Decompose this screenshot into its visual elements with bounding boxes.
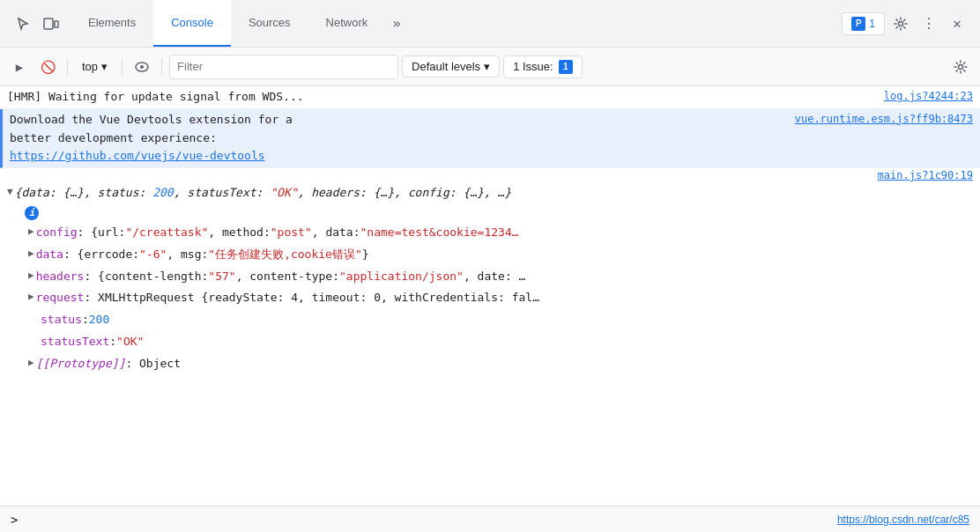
status-value: 200: [89, 311, 109, 329]
headers-val3: , content-type:: [236, 268, 339, 286]
divider: [67, 58, 68, 76]
settings-icon[interactable]: [888, 11, 913, 36]
levels-dropdown[interactable]: Default levels ▾: [402, 55, 500, 78]
config-val4: "post": [271, 224, 312, 242]
run-icon[interactable]: ▶: [7, 55, 32, 79]
obj-header-line[interactable]: ▼ {data: {…}, status: 200, statusText: "…: [0, 182, 980, 204]
device-toggle-icon[interactable]: [39, 11, 63, 36]
eye-icon[interactable]: [130, 55, 154, 79]
context-dropdown[interactable]: top ▾: [75, 56, 115, 77]
log-line-hmr-content: [HMR] Waiting for update signal from WDS…: [7, 88, 870, 107]
obj-source[interactable]: main.js?1c90:19: [864, 169, 973, 181]
clear-icon[interactable]: 🚫: [35, 55, 60, 79]
statustext-colon: :: [109, 333, 116, 351]
prop-prototype[interactable]: ▶ [[Prototype]] : Object: [0, 353, 980, 375]
info-icon: i: [25, 206, 39, 220]
tab-sources[interactable]: Sources: [231, 0, 308, 47]
headers-val4: "application/json": [339, 268, 464, 286]
log-line-vue-content: Download the Vue Devtools extension for …: [10, 111, 781, 166]
obj-expand-arrow[interactable]: ▼: [7, 184, 13, 200]
vue-source[interactable]: vue.runtime.esm.js?ff9b:8473: [781, 111, 973, 128]
svg-point-4: [140, 65, 144, 69]
feedback-button[interactable]: P 1: [842, 12, 885, 35]
data-val2: "-6": [139, 246, 167, 264]
tab-network[interactable]: Network: [308, 0, 386, 47]
status-colon: :: [82, 311, 89, 329]
feedback-icon: P: [851, 17, 865, 31]
bottom-bar: > https://blog.csdn.net/car/c85: [0, 506, 980, 532]
svg-rect-0: [44, 18, 53, 29]
request-expand-arrow[interactable]: ▶: [28, 289, 34, 305]
obj-header-text: {data: {…}, status: 200, statusText: "OK…: [15, 184, 512, 203]
prototype-key: [[Prototype]]: [36, 355, 126, 373]
headers-val2: "57": [208, 268, 235, 286]
config-val6: "name=test&cookie=1234…: [360, 224, 519, 242]
prototype-value: : Object: [125, 355, 181, 373]
more-options-icon[interactable]: ⋮: [917, 11, 941, 36]
request-key: request: [36, 289, 85, 307]
tabs: Elements Console Sources Network »: [71, 0, 835, 47]
status-key: status: [41, 311, 82, 329]
obj-source-line: main.js?1c90:19: [0, 168, 980, 182]
svg-point-5: [959, 64, 963, 69]
headers-val5: , date: …: [464, 268, 525, 286]
console-area: [HMR] Waiting for update signal from WDS…: [0, 86, 980, 506]
tab-elements[interactable]: Elements: [71, 0, 153, 47]
tab-bar: Elements Console Sources Network » P 1 ⋮…: [0, 0, 980, 48]
request-val: : XMLHttpRequest {readyState: 4, timeout…: [84, 289, 539, 307]
config-val5: , data:: [312, 224, 360, 242]
statustext-key: statusText: [41, 333, 109, 351]
prop-request[interactable]: ▶ request : XMLHttpRequest {readyState: …: [0, 287, 980, 309]
headers-expand-arrow[interactable]: ▶: [28, 268, 34, 284]
prototype-expand-arrow[interactable]: ▶: [28, 355, 34, 371]
config-val1: : {url:: [78, 224, 126, 242]
divider3: [161, 58, 162, 76]
data-key: data: [36, 246, 63, 264]
data-val4: "任务创建失败,cookie错误": [208, 246, 361, 264]
config-val2: "/creattask": [125, 224, 208, 242]
prop-headers[interactable]: ▶ headers : {content-length: "57" , cont…: [0, 266, 980, 288]
tab-console[interactable]: Console: [153, 0, 231, 47]
console-prompt[interactable]: >: [11, 513, 18, 527]
issues-button[interactable]: 1 Issue: 1: [503, 55, 583, 78]
prop-status-text: statusText : "OK": [0, 331, 980, 353]
prop-config[interactable]: ▶ config : {url: "/creattask" , method: …: [0, 222, 980, 244]
data-val3: , msg:: [167, 246, 208, 264]
bottom-link[interactable]: https://blog.csdn.net/car/c85: [837, 514, 969, 526]
data-val1: : {errcode:: [63, 246, 139, 264]
filter-input[interactable]: [169, 55, 398, 79]
console-toolbar: ▶ 🚫 top ▾ Default levels ▾ 1 Issue: 1: [0, 48, 980, 86]
svg-point-2: [899, 21, 903, 26]
divider2: [122, 58, 122, 76]
issue-badge: 1: [559, 60, 573, 74]
close-icon[interactable]: ✕: [945, 11, 969, 36]
config-val3: , method:: [208, 224, 270, 242]
log-line-vue: Download the Vue Devtools extension for …: [0, 109, 980, 168]
vue-devtools-link[interactable]: https://github.com/vuejs/vue-devtools: [10, 149, 265, 162]
statustext-value: "OK": [116, 333, 144, 351]
prop-data[interactable]: ▶ data : {errcode: "-6" , msg: "任务创建失败,c…: [0, 244, 980, 266]
log-line-hmr: [HMR] Waiting for update signal from WDS…: [0, 86, 980, 109]
headers-val1: : {content-length:: [84, 268, 208, 286]
console-settings-icon[interactable]: [948, 55, 973, 79]
config-expand-arrow[interactable]: ▶: [28, 224, 34, 240]
hmr-source[interactable]: log.js?4244:23: [870, 88, 973, 105]
headers-key: headers: [36, 268, 85, 286]
prop-status: status : 200: [0, 309, 980, 331]
cursor-icon[interactable]: [11, 11, 35, 36]
obj-info-icon-line: i: [0, 204, 980, 222]
svg-rect-1: [55, 21, 58, 27]
data-expand-arrow[interactable]: ▶: [28, 246, 34, 262]
hmr-text: [HMR] Waiting for update signal from WDS…: [7, 88, 304, 107]
data-val5: }: [362, 246, 369, 264]
more-tabs-button[interactable]: »: [385, 0, 408, 47]
vue-text: Download the Vue Devtools extension for …: [10, 111, 293, 166]
config-key: config: [36, 224, 78, 242]
